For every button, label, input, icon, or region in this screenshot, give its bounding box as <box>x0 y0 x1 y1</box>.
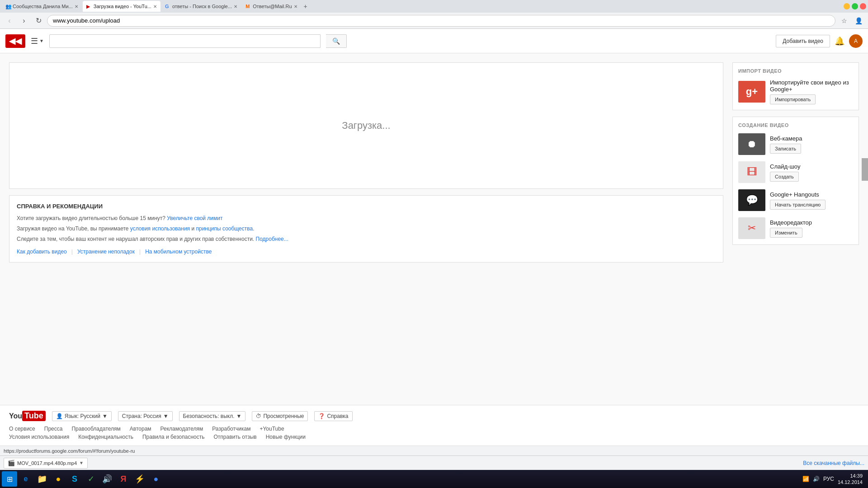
tab-2[interactable]: ▶ Загрузка видео - YouTu... ✕ <box>83 1 160 12</box>
create-title: СОЗДАНИЕ ВИДЕО <box>738 122 853 128</box>
taskbar-app6[interactable]: 🔊 <box>99 471 115 487</box>
taskbar-ie[interactable]: e <box>18 471 33 487</box>
back-button[interactable]: ‹ <box>4 15 15 27</box>
upload-box[interactable]: Загрузка... <box>9 62 723 189</box>
user-avatar[interactable]: A <box>849 34 863 48</box>
editor-thumb: ✂ <box>738 217 765 239</box>
history-button[interactable]: ⏱ Просмотренные <box>252 411 308 421</box>
google-plus-icon: g+ <box>746 86 758 98</box>
close-button[interactable] <box>860 3 866 9</box>
taskbar-clock: 14:39 14.12.2014 <box>838 473 863 486</box>
tab-3-close[interactable]: ✕ <box>234 4 237 9</box>
language-dropdown-arrow: ▼ <box>102 413 108 419</box>
footer-link-press[interactable]: Пресса <box>44 426 63 432</box>
hangouts-info: Google+ Hangouts Начать трансляцию <box>770 191 853 210</box>
footer-links-row-2: Условия использования Конфиденциальность… <box>9 434 859 440</box>
footer-link-advertisers[interactable]: Рекламодателям <box>160 426 203 432</box>
hangouts-stream-button[interactable]: Начать трансляцию <box>770 200 826 210</box>
terms-link[interactable]: условия использования <box>130 225 190 232</box>
skype-icon: S <box>70 474 80 484</box>
ie-icon: e <box>21 474 31 484</box>
taskbar-yandex[interactable]: Я <box>116 471 131 487</box>
import-button[interactable]: Импортировать <box>770 94 816 104</box>
youtube-logo[interactable]: ◀◀ <box>5 34 25 48</box>
tab-3[interactable]: G ответы - Поиск в Google... ✕ <box>161 1 241 12</box>
forward-button[interactable]: › <box>18 15 30 27</box>
webcam-record-button[interactable]: Записать <box>770 144 801 154</box>
country-dropdown[interactable]: Страна: Россия ▼ <box>118 411 173 421</box>
language-dropdown[interactable]: 👤 Язык: Русский ▼ <box>52 411 112 421</box>
taskbar-right: 📶 🔊 РУС 14:39 14.12.2014 <box>799 473 866 486</box>
language-indicator: РУС <box>823 476 834 482</box>
notifications-button[interactable]: 🔔 <box>835 36 844 46</box>
tab-4[interactable]: M Ответы@Mail.Ru ✕ <box>242 1 301 12</box>
safety-dropdown[interactable]: Безопасность: выкл. ▼ <box>179 411 246 421</box>
import-title: ИМПОРТ ВИДЕО <box>738 68 853 74</box>
how-to-add-link[interactable]: Как добавить видео <box>17 249 67 255</box>
help-button[interactable]: ❓ Справка <box>314 411 352 421</box>
bookmark-button[interactable]: ☆ <box>838 15 850 27</box>
footer-link-developers[interactable]: Разработчикам <box>212 426 250 432</box>
new-tab-button[interactable]: + <box>304 3 307 10</box>
taskbar-app5[interactable]: ✓ <box>83 471 99 487</box>
url-input[interactable] <box>47 15 835 27</box>
youtube-footer: You Tube 👤 Язык: Русский ▼ Страна: Росси… <box>0 405 868 446</box>
more-info-link[interactable]: Подробнее... <box>256 236 288 242</box>
tab-4-label: Ответы@Mail.Ru <box>253 4 292 9</box>
download-options-arrow[interactable]: ▼ <box>79 460 84 465</box>
tab-1[interactable]: 👥 Сообщества Данила Ми... ✕ <box>2 1 82 12</box>
search-input[interactable] <box>49 34 321 48</box>
tab-1-close[interactable]: ✕ <box>75 4 78 9</box>
upload-section: Загрузка... СПРАВКА И РЕКОМЕНДАЦИИ Хотит… <box>9 62 723 396</box>
footer-link-rules[interactable]: Правила и безопасность <box>142 434 205 440</box>
troubleshoot-link[interactable]: Устранение неполадок <box>77 249 135 255</box>
mobile-link[interactable]: На мобильном устройстве <box>145 249 212 255</box>
tab-4-favicon: M <box>245 4 251 9</box>
taskbar-chrome2[interactable]: ● <box>148 471 164 487</box>
footer-link-about[interactable]: О сервисе <box>9 426 35 432</box>
header-right: Добавить видео 🔔 A <box>776 34 863 48</box>
create-section: СОЗДАНИЕ ВИДЕО ⏺ Веб-камера Записать 🎞 <box>732 117 859 245</box>
feedback-tab[interactable] <box>862 158 868 181</box>
menu-button[interactable]: ☰ ▼ <box>31 36 44 46</box>
footer-link-plus[interactable]: +YouTube <box>259 426 284 432</box>
title-bar: 👥 Сообщества Данила Ми... ✕ ▶ Загрузка в… <box>0 0 868 13</box>
footer-link-terms[interactable]: Условия использования <box>9 434 69 440</box>
hamburger-icon: ☰ <box>31 36 38 46</box>
reload-button[interactable]: ↻ <box>33 15 44 27</box>
editor-item: ✂ Видеоредактор Изменить <box>738 217 853 239</box>
tab-4-close[interactable]: ✕ <box>294 4 297 9</box>
taskbar-app8[interactable]: ⚡ <box>132 471 147 487</box>
menu-arrow: ▼ <box>39 38 44 43</box>
slideshow-create-button[interactable]: Создать <box>770 172 799 182</box>
loading-text: Загрузка... <box>342 120 390 131</box>
import-info: Импортируйте свои видео из Google+ Импор… <box>770 79 853 104</box>
taskbar-skype[interactable]: S <box>67 471 82 487</box>
community-link[interactable]: принципы сообщества <box>196 225 253 232</box>
slideshow-icon: 🎞 <box>747 166 757 178</box>
tab-2-close[interactable]: ✕ <box>153 4 157 9</box>
footer-link-feedback[interactable]: Отправить отзыв <box>213 434 256 440</box>
profile-button[interactable]: 👤 <box>853 15 864 27</box>
footer-link-privacy[interactable]: Конфиденциальность <box>78 434 133 440</box>
increase-limit-link[interactable]: Увеличьте свой лимит <box>167 215 222 221</box>
editor-title: Видеоредактор <box>770 219 853 226</box>
taskbar-explorer[interactable]: 📁 <box>34 471 50 487</box>
history-label: Просмотренные <box>263 413 304 419</box>
browser-frame: 👥 Сообщества Данила Ми... ✕ ▶ Загрузка в… <box>0 0 868 488</box>
help-line3: Следите за тем, чтобы ваш контент не нар… <box>17 235 716 244</box>
add-video-button[interactable]: Добавить видео <box>776 35 830 47</box>
taskbar-chrome[interactable]: ● <box>51 471 66 487</box>
help-icon: ❓ <box>318 413 325 419</box>
search-button[interactable]: 🔍 <box>326 34 347 48</box>
person-icon: 👤 <box>56 413 63 419</box>
editor-edit-button[interactable]: Изменить <box>770 228 802 238</box>
footer-link-copyright[interactable]: Правообладателям <box>71 426 120 432</box>
slideshow-info: Слайд-шоу Создать <box>770 163 853 182</box>
all-downloads-link[interactable]: Все скачанные файлы... <box>803 460 864 466</box>
footer-link-authors[interactable]: Авторам <box>130 426 151 432</box>
minimize-button[interactable] <box>844 3 850 9</box>
maximize-button[interactable] <box>852 3 858 9</box>
footer-link-new[interactable]: Новые функции <box>266 434 306 440</box>
start-button[interactable]: ⊞ <box>2 471 17 487</box>
